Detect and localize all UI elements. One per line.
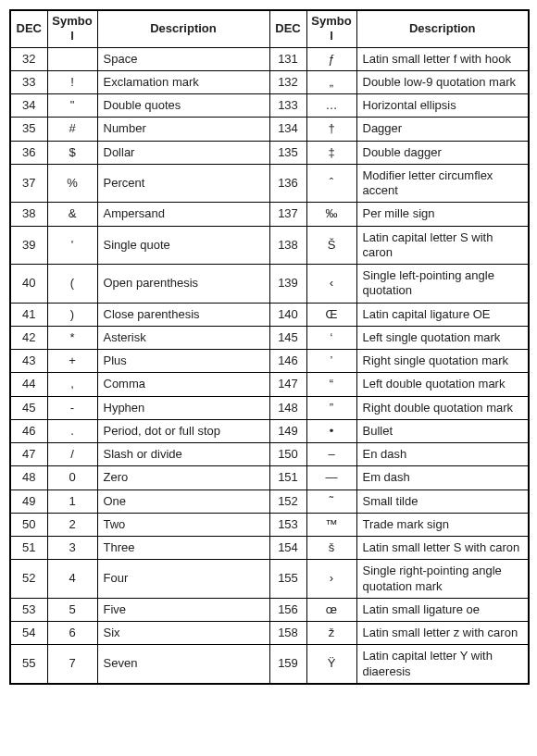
dec-cell: 139 (269, 265, 306, 304)
table-row: 513Three154šLatin small letter S with ca… (10, 537, 529, 560)
col-desc: Description (356, 10, 529, 47)
description-cell: Six (97, 622, 269, 645)
symbol-cell: ž (306, 622, 356, 645)
dec-cell: 155 (269, 560, 306, 599)
description-cell: Slash or divide (97, 443, 269, 466)
symbol-cell: + (47, 350, 97, 373)
symbol-cell: ‰ (306, 203, 356, 226)
symbol-cell: Ÿ (306, 645, 356, 684)
dec-cell: 137 (269, 203, 306, 226)
symbol-cell: œ (306, 598, 356, 621)
description-cell: Latin small ligature oe (356, 598, 529, 621)
description-cell: Ampersand (97, 203, 269, 226)
col-dec: DEC (10, 10, 47, 47)
symbol-cell: ˜ (306, 490, 356, 513)
description-cell: Small tilde (356, 490, 529, 513)
symbol-cell: / (47, 443, 97, 466)
symbol-cell: 4 (47, 560, 97, 599)
table-row: 32Space131ƒLatin small letter f with hoo… (10, 47, 529, 70)
symbol-cell: % (47, 164, 97, 203)
dec-cell: 39 (10, 226, 47, 265)
dec-cell: 51 (10, 537, 47, 560)
description-cell: Percent (97, 164, 269, 203)
symbol-cell: Š (306, 226, 356, 265)
dec-cell: 50 (10, 513, 47, 536)
dec-cell: 135 (269, 141, 306, 164)
description-cell: Comma (97, 373, 269, 396)
description-cell: Number (97, 118, 269, 141)
symbol-cell: 6 (47, 622, 97, 645)
symbol-cell: . (47, 419, 97, 442)
header-row: DEC Symbol Description DEC Symbol Descri… (10, 10, 529, 47)
symbol-cell: — (306, 466, 356, 490)
description-cell: En dash (356, 443, 529, 466)
dec-cell: 43 (10, 350, 47, 373)
dec-cell: 33 (10, 70, 47, 93)
description-cell: Three (97, 537, 269, 560)
table-row: 46.Period, dot or full stop149•Bullet (10, 419, 529, 442)
description-cell: One (97, 490, 269, 513)
table-row: 44,Comma147“Left double quotation mark (10, 373, 529, 396)
dec-cell: 46 (10, 419, 47, 442)
description-cell: Left double quotation mark (356, 373, 529, 396)
dec-cell: 133 (269, 94, 306, 118)
description-cell: Five (97, 598, 269, 621)
table-row: 524Four155›Single right-pointing angle q… (10, 560, 529, 599)
symbol-cell: ‘ (306, 326, 356, 349)
dec-cell: 38 (10, 203, 47, 226)
description-cell: Single quote (97, 226, 269, 265)
dec-cell: 145 (269, 326, 306, 349)
dec-cell: 44 (10, 373, 47, 396)
dec-cell: 149 (269, 419, 306, 442)
description-cell: Double dagger (356, 141, 529, 164)
table-row: 546Six158žLatin small letter z with caro… (10, 622, 529, 645)
dec-cell: 132 (269, 70, 306, 93)
table-row: 42*Asterisk145‘Left single quotation mar… (10, 326, 529, 349)
symbol-cell: ) (47, 303, 97, 326)
symbol-cell: & (47, 203, 97, 226)
col-desc: Description (97, 10, 269, 47)
dec-cell: 40 (10, 265, 47, 304)
symbol-cell: › (306, 560, 356, 599)
col-dec: DEC (269, 10, 306, 47)
table-row: 38&Ampersand137‰Per mille sign (10, 203, 529, 226)
dec-cell: 41 (10, 303, 47, 326)
table-row: 43+Plus146’Right single quotation mark (10, 350, 529, 373)
description-cell: Close parenthesis (97, 303, 269, 326)
description-cell: Latin small letter f with hook (356, 47, 529, 70)
description-cell: Latin small letter z with caron (356, 622, 529, 645)
table-row: 502Two153™Trade mark sign (10, 513, 529, 536)
table-row: 41)Close parenthesis140ŒLatin capital li… (10, 303, 529, 326)
dec-cell: 150 (269, 443, 306, 466)
symbol-cell (47, 47, 97, 70)
col-symbol: Symbol (47, 10, 97, 47)
description-cell: Zero (97, 466, 269, 490)
description-cell: Space (97, 47, 269, 70)
dec-cell: 140 (269, 303, 306, 326)
description-cell: Right single quotation mark (356, 350, 529, 373)
symbol-cell: † (306, 118, 356, 141)
dec-cell: 35 (10, 118, 47, 141)
dec-cell: 36 (10, 141, 47, 164)
description-cell: Seven (97, 645, 269, 684)
symbol-cell: ” (306, 396, 356, 419)
description-cell: Single right-pointing angle quotation ma… (356, 560, 529, 599)
dec-cell: 146 (269, 350, 306, 373)
symbol-cell: … (306, 94, 356, 118)
dec-cell: 151 (269, 466, 306, 490)
dec-cell: 136 (269, 164, 306, 203)
description-cell: Bullet (356, 419, 529, 442)
description-cell: Dagger (356, 118, 529, 141)
description-cell: Em dash (356, 466, 529, 490)
dec-cell: 152 (269, 490, 306, 513)
dec-cell: 32 (10, 47, 47, 70)
dec-cell: 131 (269, 47, 306, 70)
dec-cell: 55 (10, 645, 47, 684)
table-row: 47/Slash or divide150–En dash (10, 443, 529, 466)
dec-cell: 54 (10, 622, 47, 645)
description-cell: Exclamation mark (97, 70, 269, 93)
dec-cell: 159 (269, 645, 306, 684)
description-cell: Period, dot or full stop (97, 419, 269, 442)
symbol-cell: 5 (47, 598, 97, 621)
symbol-cell: ’ (306, 350, 356, 373)
